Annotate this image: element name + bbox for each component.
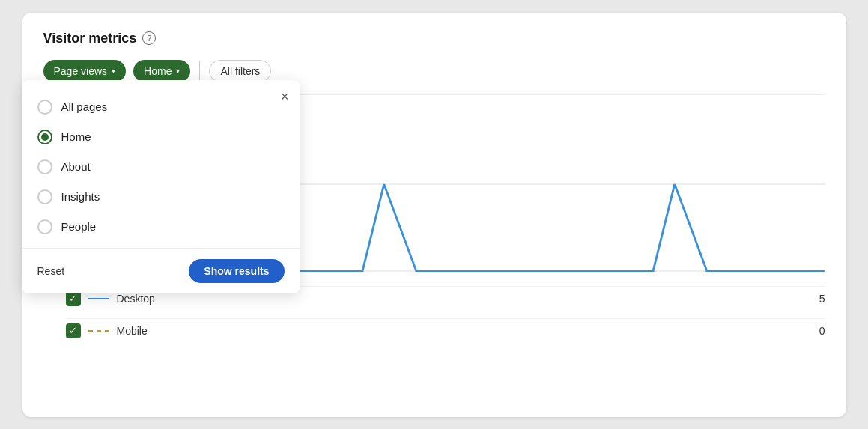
home-button[interactable]: Home ▾ (133, 60, 190, 82)
show-results-button[interactable]: Show results (189, 259, 284, 283)
page-title: Visitor metrics (43, 31, 137, 46)
desktop-label: Desktop (117, 293, 812, 305)
radio-outer-people (37, 219, 52, 234)
radio-label-home: Home (61, 130, 91, 143)
desktop-line-icon (88, 298, 109, 299)
legend-row: ✓ Desktop 5 ✓ Mobile 0 (66, 286, 825, 343)
radio-label-insights: Insights (61, 190, 100, 203)
radio-label-all-pages: All pages (61, 100, 108, 113)
all-filters-button[interactable]: All filters (209, 60, 271, 82)
close-button[interactable]: × (281, 89, 289, 105)
toolbar-divider (199, 61, 200, 82)
mobile-checkbox[interactable]: ✓ (66, 323, 81, 338)
radio-inner-home (41, 133, 49, 141)
radio-people[interactable]: People (22, 212, 300, 242)
reset-button[interactable]: Reset (37, 265, 65, 277)
radio-label-people: People (61, 220, 97, 233)
radio-about[interactable]: About (22, 152, 300, 182)
chevron-down-icon: ▾ (112, 67, 115, 75)
chevron-down-icon: ▾ (176, 67, 180, 75)
dropdown-panel: × All pages Home About Insights People R… (22, 80, 300, 293)
mobile-line-icon (88, 330, 109, 332)
mobile-value: 0 (819, 325, 825, 337)
radio-outer-all-pages (37, 100, 52, 115)
help-icon[interactable]: ? (142, 31, 156, 45)
page-views-button[interactable]: Page views ▾ (43, 60, 127, 82)
dropdown-footer: Reset Show results (22, 248, 300, 293)
radio-outer-insights (37, 189, 52, 204)
desktop-checkbox[interactable]: ✓ (66, 291, 81, 306)
desktop-value: 5 (819, 293, 825, 305)
header-row: Visitor metrics ? (43, 31, 825, 46)
radio-label-about: About (61, 160, 91, 173)
toolbar: Page views ▾ Home ▾ All filters (43, 60, 825, 82)
legend-item-mobile: ✓ Mobile 0 (66, 318, 825, 343)
radio-home[interactable]: Home (22, 122, 300, 152)
main-card: Visitor metrics ? Page views ▾ Home ▾ Al… (22, 13, 846, 417)
radio-all-pages[interactable]: All pages (22, 92, 300, 122)
radio-outer-about (37, 159, 52, 174)
radio-outer-home (37, 130, 52, 144)
radio-insights[interactable]: Insights (22, 182, 300, 212)
mobile-label: Mobile (117, 325, 812, 337)
